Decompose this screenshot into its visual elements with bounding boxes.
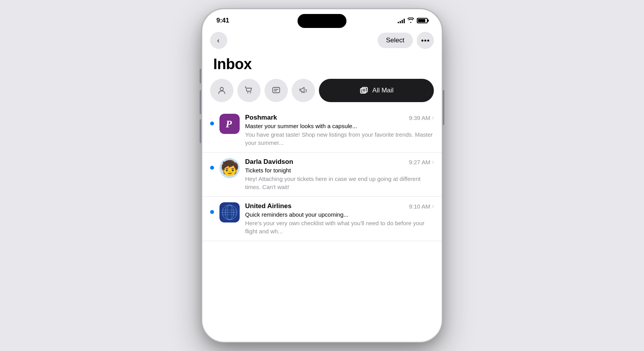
cart-icon [244,86,254,95]
signal-bar-4 [404,19,405,23]
status-time: 9:41 [216,17,229,24]
filter-tab-promotions[interactable] [292,79,315,102]
phone-frame: 9:41 [202,9,442,342]
battery-icon [417,18,428,23]
status-icons [398,17,428,24]
united-content: United Airlines 9:10 AM › Quick reminder… [245,202,434,235]
all-mail-icon [359,86,369,95]
darla-time-row: 9:27 AM › [409,158,434,165]
unread-dot [210,210,214,214]
united-globe-icon [220,203,239,222]
filter-tab-contacts[interactable] [210,79,233,102]
dynamic-island [298,14,346,28]
select-button[interactable]: Select [378,33,413,48]
svg-rect-8 [362,87,367,92]
svg-point-4 [247,92,249,94]
svg-point-3 [220,87,223,90]
united-time-row: 9:10 AM › [409,203,434,210]
inbox-title-section: Inbox [202,53,442,79]
nav-right-buttons: Select [378,32,434,49]
phone-device: 9:41 [202,9,442,342]
poshmark-sender: Poshmark [245,114,277,122]
darla-preview: Hey! Attaching your tickets here in case… [245,175,434,191]
person-icon [217,86,226,95]
signal-bar-2 [400,21,401,23]
darla-subject: Tickets for tonight [245,167,434,174]
filter-tab-messages[interactable] [265,79,288,102]
unread-dot [210,122,214,125]
darla-time: 9:27 AM [409,159,430,165]
signal-bar-3 [402,20,403,23]
back-chevron-icon: ‹ [217,36,219,45]
filter-tab-shopping[interactable] [237,79,261,102]
poshmark-chevron: › [432,114,434,121]
darla-sender: Darla Davidson [245,158,293,166]
email-item-darla[interactable]: 🧒 Darla Davidson 9:27 AM › Tickets for t… [202,153,442,197]
poshmark-preview: You have great taste! Shop new listings … [245,130,434,147]
poshmark-logo: P [223,118,236,130]
united-time: 9:10 AM [409,203,430,210]
svg-text:P: P [225,118,232,130]
poshmark-avatar: P [219,114,240,134]
poshmark-time-row: 9:39 AM › [409,114,434,121]
united-header: United Airlines 9:10 AM › [245,202,434,210]
power-button [442,90,444,125]
svg-point-2 [427,40,429,42]
battery-fill [418,19,425,22]
email-item-united[interactable]: United Airlines 9:10 AM › Quick reminder… [202,197,442,241]
mail-list: P Poshmark 9:39 AM › Master your sum [202,108,442,342]
filter-tabs: All Mail [202,79,442,108]
svg-point-1 [425,40,426,42]
darla-emoji: 🧒 [221,161,239,176]
united-preview: Here's your very own checklist with what… [245,219,434,235]
more-options-button[interactable] [417,32,434,49]
united-chevron: › [432,203,434,210]
signal-icon [398,18,405,23]
darla-content: Darla Davidson 9:27 AM › Tickets for ton… [245,158,434,191]
back-button[interactable]: ‹ [210,32,227,49]
darla-chevron: › [432,158,434,165]
inbox-title: Inbox [213,56,252,72]
email-item-poshmark[interactable]: P Poshmark 9:39 AM › Master your sum [202,108,442,153]
status-bar: 9:41 [202,9,442,30]
megaphone-icon [299,86,308,95]
darla-header: Darla Davidson 9:27 AM › [245,158,434,166]
poshmark-time: 9:39 AM [409,115,430,121]
screen: 9:41 [202,9,442,342]
united-sender: United Airlines [245,202,291,210]
united-subject: Quick reminders about your upcoming... [245,211,434,218]
poshmark-content: Poshmark 9:39 AM › Master your summer lo… [245,114,434,147]
poshmark-header: Poshmark 9:39 AM › [245,114,434,122]
svg-point-5 [250,92,251,94]
united-avatar [219,202,240,222]
darla-avatar: 🧒 [219,158,240,178]
signal-bar-1 [398,22,399,23]
svg-rect-6 [273,87,280,93]
ellipsis-icon [421,40,429,42]
all-mail-label: All Mail [372,87,394,94]
svg-point-0 [421,40,423,42]
filter-tab-all-mail[interactable]: All Mail [319,79,434,102]
message-icon [272,86,281,95]
unread-dot [210,166,214,170]
wifi-icon [407,17,414,24]
poshmark-subject: Master your summer looks with a capsule.… [245,123,434,129]
nav-bar: ‹ Select [202,30,442,53]
